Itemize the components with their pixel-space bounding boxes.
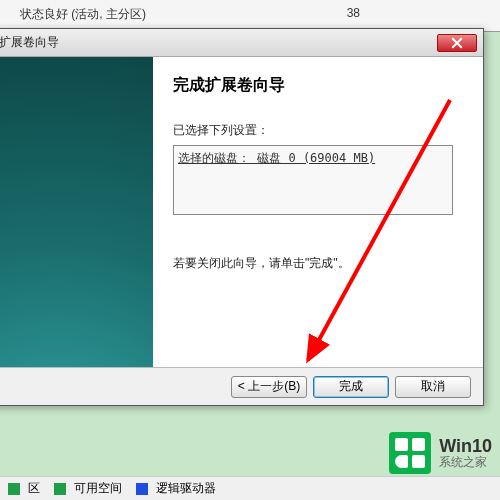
watermark-logo [389, 432, 431, 474]
page-title: 完成扩展卷向导 [173, 75, 463, 96]
partition-number: 38 [347, 6, 360, 20]
legend-label-1: 区 [28, 480, 40, 497]
list-item: 选择的磁盘： 磁盘 0 (69004 MB) [178, 150, 448, 167]
wizard-left-pane [0, 57, 153, 405]
cancel-button[interactable]: 取消 [395, 376, 471, 398]
close-icon [451, 37, 463, 49]
legend-swatch-2 [54, 483, 66, 495]
finish-button[interactable]: 完成 [313, 376, 389, 398]
titlebar: 扩展卷向导 [0, 29, 483, 57]
partition-status: 状态良好 (活动, 主分区) [20, 7, 146, 21]
dialog-title: 扩展卷向导 [0, 34, 59, 51]
watermark-text: Win10 系统之家 [439, 437, 492, 470]
legend-swatch-1 [8, 483, 20, 495]
legend-bar: 区 可用空间 逻辑驱动器 [0, 476, 500, 500]
dialog-body: 完成扩展卷向导 已选择下列设置： 选择的磁盘： 磁盘 0 (69004 MB) … [0, 57, 483, 405]
button-row: < 上一步(B) 完成 取消 [0, 367, 483, 405]
watermark-line1: Win10 [439, 437, 492, 457]
legend-label-3: 逻辑驱动器 [156, 480, 216, 497]
settings-listbox[interactable]: 选择的磁盘： 磁盘 0 (69004 MB) [173, 145, 453, 215]
selected-label: 已选择下列设置： [173, 122, 463, 139]
wizard-right-pane: 完成扩展卷向导 已选择下列设置： 选择的磁盘： 磁盘 0 (69004 MB) … [153, 57, 483, 405]
watermark: Win10 系统之家 [389, 432, 492, 474]
back-button[interactable]: < 上一步(B) [231, 376, 307, 398]
close-button[interactable] [437, 34, 477, 52]
hint-text: 若要关闭此向导，请单击"完成"。 [173, 255, 463, 272]
legend-label-2: 可用空间 [74, 480, 122, 497]
watermark-line2: 系统之家 [439, 456, 492, 469]
wizard-dialog: 扩展卷向导 完成扩展卷向导 已选择下列设置： 选择的磁盘： 磁盘 0 (6900… [0, 28, 484, 406]
legend-swatch-3 [136, 483, 148, 495]
